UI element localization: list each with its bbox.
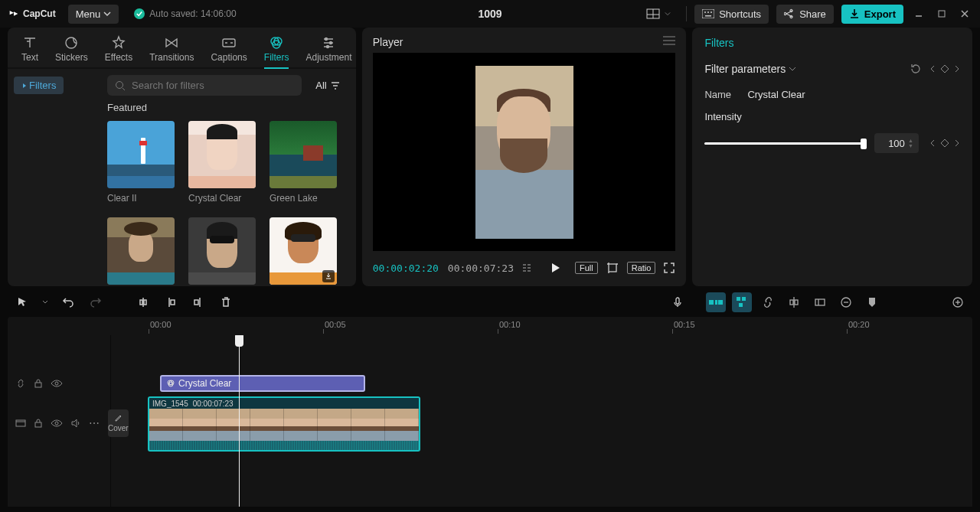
record-voiceover-button[interactable] bbox=[668, 292, 688, 312]
tab-stickers[interactable]: Stickers bbox=[47, 32, 96, 67]
split-left-tool[interactable] bbox=[161, 292, 181, 312]
share-button[interactable]: Share bbox=[776, 5, 834, 24]
filter-item-humble[interactable]: Humble bbox=[188, 217, 256, 286]
keyframe-icon[interactable] bbox=[940, 64, 949, 73]
pointer-dropdown[interactable] bbox=[40, 292, 51, 312]
link-icon[interactable] bbox=[15, 378, 26, 389]
zoom-in-button[interactable] bbox=[948, 292, 968, 312]
topbar: CapCut Menu Auto saved: 14:06:00 1009 Sh… bbox=[0, 0, 980, 28]
pointer-tool[interactable] bbox=[12, 292, 32, 312]
filter-all-button[interactable]: All bbox=[309, 77, 346, 94]
menu-button[interactable]: Menu bbox=[68, 5, 119, 24]
eye-icon[interactable] bbox=[51, 419, 63, 428]
play-button[interactable] bbox=[544, 257, 566, 279]
close-button[interactable] bbox=[957, 6, 972, 21]
tab-adjustment[interactable]: Adjustment bbox=[298, 32, 355, 67]
transitions-icon bbox=[164, 35, 179, 51]
filter-item-green-lake[interactable]: Green Lake bbox=[270, 121, 337, 204]
prev-keyframe-icon[interactable] bbox=[929, 139, 936, 147]
export-button[interactable]: Export bbox=[841, 5, 903, 24]
search-input-wrapper[interactable] bbox=[107, 75, 302, 96]
maximize-button[interactable] bbox=[934, 6, 949, 21]
svg-rect-47 bbox=[815, 299, 825, 305]
fullscreen-icon[interactable] bbox=[663, 262, 675, 274]
timeline-ruler[interactable]: 00:00 00:05 00:10 00:15 00:20 bbox=[8, 317, 972, 335]
reset-icon[interactable] bbox=[910, 63, 922, 75]
playhead[interactable] bbox=[239, 335, 240, 507]
filter-search-input[interactable] bbox=[132, 80, 294, 91]
intensity-label: Intensity bbox=[704, 111, 741, 122]
compare-icon[interactable] bbox=[523, 263, 535, 273]
link-button[interactable] bbox=[758, 292, 778, 312]
video-track-controls: ⋯ Cover bbox=[8, 393, 110, 453]
intensity-slider[interactable] bbox=[704, 142, 864, 145]
name-label: Name bbox=[704, 89, 747, 100]
undo-button[interactable] bbox=[58, 292, 78, 312]
param-section-title: Filter parameters bbox=[704, 63, 786, 75]
svg-point-5 bbox=[707, 11, 709, 13]
sidebar-item-filters[interactable]: Filters bbox=[14, 77, 64, 94]
chevron-down-icon bbox=[103, 10, 111, 18]
stickers-icon bbox=[64, 35, 79, 51]
chevron-down-icon[interactable] bbox=[789, 64, 796, 75]
lock-icon[interactable] bbox=[34, 378, 43, 389]
svg-rect-26 bbox=[528, 264, 531, 266]
track-more-button[interactable]: ⋯ bbox=[89, 417, 100, 429]
timeline-tracks[interactable]: Crystal Clear IMG_1545 00:00:07:23 bbox=[111, 335, 972, 507]
featured-label: Featured bbox=[107, 102, 347, 113]
download-icon bbox=[322, 270, 335, 282]
align-button[interactable] bbox=[784, 292, 804, 312]
tab-transitions[interactable]: Transitions bbox=[142, 32, 201, 67]
magnet-main-button[interactable] bbox=[706, 292, 726, 312]
player-menu-button[interactable] bbox=[663, 35, 675, 48]
prev-keyframe-icon[interactable] bbox=[929, 65, 936, 73]
full-button[interactable]: Full bbox=[575, 262, 598, 274]
video-clip[interactable]: IMG_1545 00:00:07:23 bbox=[148, 396, 420, 452]
video-track-icon[interactable] bbox=[15, 418, 26, 429]
time-total: 00:00:07:23 bbox=[448, 263, 514, 274]
zoom-out-button[interactable] bbox=[836, 292, 856, 312]
eye-icon[interactable] bbox=[51, 379, 63, 388]
effects-icon bbox=[111, 35, 126, 51]
redo-button[interactable] bbox=[86, 292, 106, 312]
next-keyframe-icon[interactable] bbox=[954, 65, 960, 73]
magnet-auto-button[interactable] bbox=[732, 292, 752, 312]
tab-text[interactable]: Text bbox=[14, 32, 46, 67]
zoom-slider-thumb[interactable] bbox=[862, 292, 882, 312]
app-logo: CapCut bbox=[8, 8, 56, 20]
svg-point-18 bbox=[116, 81, 123, 88]
minimize-button[interactable] bbox=[911, 6, 926, 21]
svg-rect-54 bbox=[35, 383, 41, 387]
keyboard-icon bbox=[702, 9, 714, 18]
filter-item-oppenheimer[interactable]: Oppenheimer bbox=[107, 217, 175, 286]
delete-tool[interactable] bbox=[216, 292, 236, 312]
svg-rect-23 bbox=[523, 264, 526, 266]
svg-point-62 bbox=[168, 382, 173, 386]
crop-icon[interactable] bbox=[606, 261, 619, 275]
keyframe-icon[interactable] bbox=[940, 139, 949, 148]
svg-point-15 bbox=[325, 38, 328, 41]
layout-button[interactable] bbox=[639, 5, 678, 23]
search-icon bbox=[115, 80, 126, 91]
filter-item-tan[interactable]: Tan bbox=[270, 217, 337, 286]
ratio-button[interactable]: Ratio bbox=[627, 262, 656, 274]
svg-point-59 bbox=[55, 422, 58, 425]
tab-effects[interactable]: Effects bbox=[97, 32, 140, 67]
shortcuts-button[interactable]: Shortcuts bbox=[694, 5, 769, 24]
tab-captions[interactable]: Captions bbox=[203, 32, 254, 67]
player-title: Player bbox=[373, 36, 403, 48]
tab-filters[interactable]: Filters bbox=[256, 32, 297, 67]
lock-icon[interactable] bbox=[34, 418, 43, 429]
preview-axis-button[interactable] bbox=[810, 292, 830, 312]
filter-item-crystal-clear[interactable]: Crystal Clear bbox=[188, 121, 256, 204]
split-tool[interactable] bbox=[133, 292, 153, 312]
video-preview[interactable] bbox=[373, 53, 676, 251]
intensity-input[interactable]: 100 ▲▼ bbox=[874, 133, 919, 153]
next-keyframe-icon[interactable] bbox=[954, 139, 960, 147]
split-right-tool[interactable] bbox=[188, 292, 208, 312]
logo-text: CapCut bbox=[23, 8, 56, 19]
mute-icon[interactable] bbox=[70, 418, 81, 429]
timeline: 00:00 00:05 00:10 00:15 00:20 ⋯ Cover bbox=[0, 286, 980, 507]
filter-item-clear-ii[interactable]: Clear II bbox=[107, 121, 175, 204]
filter-clip[interactable]: Crystal Clear bbox=[160, 375, 365, 392]
